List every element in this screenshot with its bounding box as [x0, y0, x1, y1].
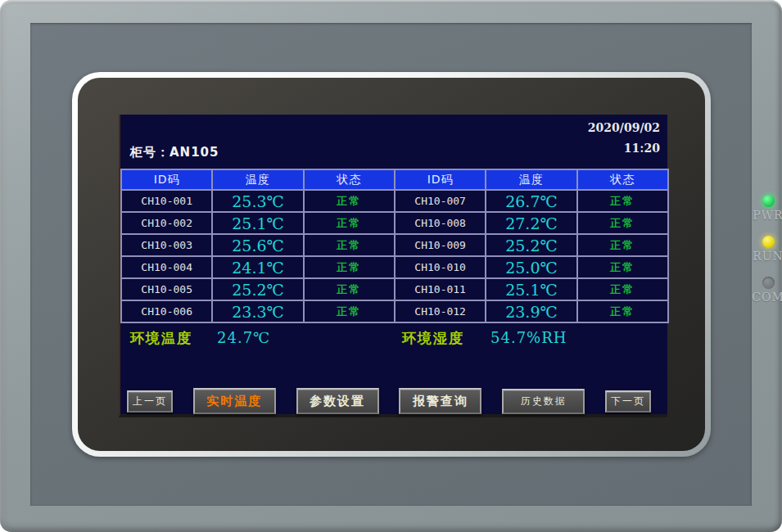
channel-id: CH10-002 — [121, 212, 212, 234]
column-header: 状态 — [577, 169, 668, 190]
channel-id: CH10-001 — [121, 190, 212, 212]
channel-temperature: 25.3℃ — [212, 190, 303, 212]
table-row: CH10-00225.1℃正常CH10-00827.2℃正常 — [121, 212, 668, 234]
channel-status: 正常 — [577, 300, 668, 322]
ambient-humidity-label: 环境湿度 — [402, 329, 464, 348]
table-header-row: ID码温度状态ID码温度状态 — [121, 169, 668, 190]
channel-status: 正常 — [304, 212, 395, 234]
time-display: 11:20 — [588, 138, 660, 159]
channel-status: 正常 — [577, 212, 668, 234]
table-row: CH10-00623.3℃正常CH10-01223.9℃正常 — [121, 300, 668, 322]
channel-id: CH10-012 — [395, 300, 486, 322]
channel-status: 正常 — [577, 256, 668, 278]
channel-status: 正常 — [304, 190, 395, 212]
channel-id: CH10-008 — [395, 212, 486, 234]
realtime-temperature-button[interactable]: 实时温度 — [193, 388, 276, 414]
date-display: 2020/09/02 — [588, 118, 660, 138]
com-led-icon — [762, 277, 775, 289]
channel-id: CH10-004 — [121, 256, 212, 278]
table-row: CH10-00424.1℃正常CH10-01025.0℃正常 — [121, 256, 668, 278]
channel-id: CH10-006 — [121, 300, 212, 322]
channel-temperature: 23.3℃ — [212, 300, 303, 322]
channel-status: 正常 — [304, 256, 395, 278]
hmi-panel: PWRRUNCOM 2020/09/02 11:20 柜号：AN105 ID码温… — [0, 0, 782, 532]
column-header: 温度 — [212, 169, 303, 190]
channel-temperature-table: ID码温度状态ID码温度状态CH10-00125.3℃正常CH10-00726.… — [120, 169, 669, 323]
channel-status: 正常 — [304, 278, 395, 300]
ambient-temperature-label: 环境温度 — [130, 329, 192, 348]
column-header: ID码 — [395, 169, 486, 190]
channel-status: 正常 — [577, 278, 668, 300]
pwr-led-icon — [762, 195, 775, 207]
ambient-humidity-value: 54.7%RH — [490, 329, 567, 346]
channel-temperature: 26.7℃ — [486, 190, 576, 212]
channel-id: CH10-003 — [121, 234, 212, 256]
channel-temperature: 24.1℃ — [212, 256, 303, 278]
column-header: 温度 — [486, 169, 576, 190]
nav-button-row: 上一页实时温度参数设置报警查询历史数据下一页 — [127, 386, 651, 416]
parameter-settings-button[interactable]: 参数设置 — [296, 388, 379, 414]
channel-id: CH10-010 — [395, 256, 486, 278]
lcd-screen: 2020/09/02 11:20 柜号：AN105 ID码温度状态ID码温度状态… — [119, 115, 667, 417]
table-row: CH10-00125.3℃正常CH10-00726.7℃正常 — [121, 190, 668, 212]
led-indicator-run: RUN — [744, 236, 782, 263]
datetime-display: 2020/09/02 11:20 — [588, 118, 660, 158]
channel-status: 正常 — [304, 234, 395, 256]
led-label: PWR — [744, 209, 782, 222]
channel-id: CH10-009 — [395, 234, 486, 256]
run-led-icon — [762, 236, 775, 248]
channel-temperature: 25.2℃ — [486, 234, 576, 256]
cabinet-number-label: 柜号：AN105 — [130, 145, 219, 160]
channel-id: CH10-007 — [395, 190, 486, 212]
channel-status: 正常 — [577, 190, 668, 212]
status-led-column: PWRRUNCOM — [744, 195, 782, 318]
ambient-temperature-value: 24.7℃ — [217, 329, 270, 346]
table-row: CH10-00525.2℃正常CH10-01125.1℃正常 — [121, 278, 668, 300]
table-row: CH10-00325.6℃正常CH10-00925.2℃正常 — [121, 234, 668, 256]
led-indicator-com: COM — [744, 277, 782, 304]
channel-temperature: 25.6℃ — [212, 234, 303, 256]
channel-temperature: 25.2℃ — [212, 278, 303, 300]
column-header: 状态 — [304, 169, 395, 190]
environment-readings: 环境温度 24.7℃ 环境湿度 54.7%RH — [120, 329, 669, 350]
channel-status: 正常 — [304, 300, 395, 322]
led-label: RUN — [744, 250, 782, 263]
channel-temperature: 23.9℃ — [486, 300, 576, 322]
channel-temperature: 25.0℃ — [486, 256, 576, 278]
led-indicator-pwr: PWR — [744, 195, 782, 222]
channel-temperature: 27.2℃ — [486, 212, 576, 234]
history-data-button[interactable]: 历史数据 — [502, 389, 585, 414]
channel-temperature: 25.1℃ — [486, 278, 576, 300]
alarm-query-button[interactable]: 报警查询 — [399, 388, 481, 414]
next-page-button[interactable]: 下一页 — [605, 390, 651, 413]
led-label: COM — [744, 291, 782, 304]
channel-temperature: 25.1℃ — [212, 212, 303, 234]
prev-page-button[interactable]: 上一页 — [127, 390, 173, 413]
channel-id: CH10-011 — [395, 278, 486, 300]
channel-status: 正常 — [577, 234, 668, 256]
column-header: ID码 — [121, 169, 212, 190]
channel-id: CH10-005 — [121, 278, 212, 300]
